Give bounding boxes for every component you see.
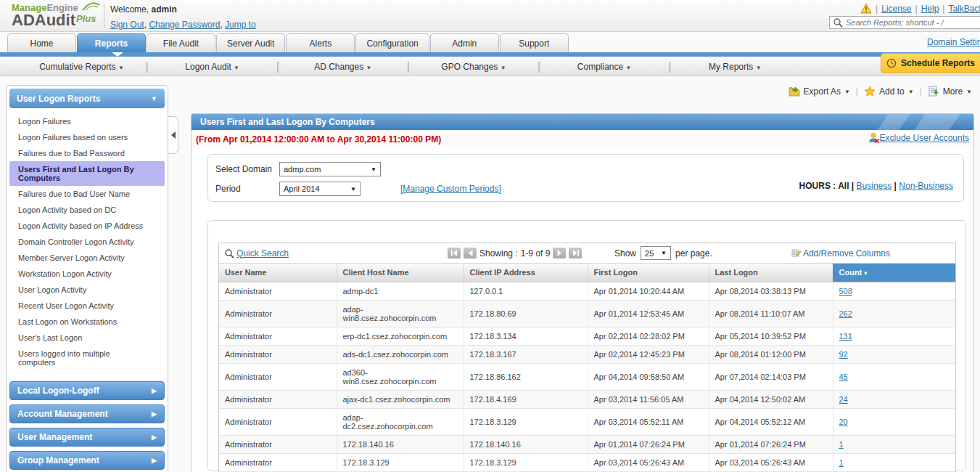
column-header-user-name[interactable]: User Name: [219, 264, 337, 282]
sidebar-section-group-management[interactable]: Group Management▶: [9, 451, 165, 470]
column-header-count[interactable]: Count▼: [833, 264, 955, 282]
manage-custom-periods-link[interactable]: [Manage Custom Periods]: [400, 184, 501, 194]
sidebar-item-logon-failures-based-on-users[interactable]: Logon Failures based on users: [9, 129, 165, 145]
count-link[interactable]: 20: [839, 418, 848, 426]
last-logon-cell: Apr 08,2014 03:38:13 PM: [709, 282, 833, 300]
welcome-block: Welcome, admin Sign Out, Change Password…: [110, 4, 256, 30]
first-page-button[interactable]: [448, 248, 461, 259]
host-name-cell: adap- dc2.csez.zohocorpin.com: [337, 408, 464, 435]
submenu-bar: Cumulative Reports ▼|Logon Audit ▼|AD Ch…: [0, 57, 980, 76]
domain-select[interactable]: admp.com▼: [279, 162, 381, 176]
count-link[interactable]: 92: [839, 350, 848, 359]
count-link[interactable]: 1: [839, 440, 844, 449]
sidebar-collapse-handle[interactable]: [168, 116, 178, 154]
sidebar-item-user-s-last-logon[interactable]: User's Last Logon: [9, 330, 165, 346]
sidebar-item-users-first-and-last-logon-by-computers[interactable]: Users First and Last Logon By Computers: [9, 161, 165, 186]
host-name-cell: erp-dc1.csez.zohocorpin.com: [337, 327, 464, 345]
first-logon-cell: Apr 02,2014 12:45:23 PM: [588, 345, 709, 363]
period-select[interactable]: April 2014▼: [279, 182, 361, 196]
column-header-first-logon[interactable]: First Logon: [588, 264, 709, 282]
tab-alerts[interactable]: Alerts: [286, 33, 355, 52]
export-as-button[interactable]: Export As▼: [788, 86, 850, 97]
sidebar-header-user-logon-reports[interactable]: User Logon Reports ▼: [9, 89, 165, 108]
sidebar-item-workstation-logon-activity[interactable]: Workstation Logon Activity: [9, 266, 165, 282]
hours-business-link[interactable]: Business: [857, 181, 892, 191]
more-button[interactable]: More▼: [928, 86, 972, 97]
last-logon-cell: Apr 07,2014 02:14:03 PM: [709, 363, 833, 390]
count-link[interactable]: 508: [839, 287, 852, 296]
sidebar-section-user-management[interactable]: User Management▶: [9, 428, 165, 447]
prev-page-button[interactable]: [464, 248, 477, 259]
count-cell: 20: [833, 408, 955, 435]
column-header-last-logon[interactable]: Last Logon: [709, 264, 833, 282]
jump-to-link[interactable]: Jump to: [225, 20, 256, 30]
count-link[interactable]: 262: [839, 309, 852, 318]
add-remove-columns-button[interactable]: Add/Remove Columns: [791, 248, 890, 259]
search-input[interactable]: [846, 18, 976, 27]
count-cell: 1: [833, 453, 955, 471]
license-link[interactable]: License: [881, 4, 911, 14]
sidebar-item-member-server-logon-activity[interactable]: Member Server Logon Activity: [9, 250, 165, 266]
help-link[interactable]: Help: [921, 4, 939, 14]
change-password-link[interactable]: Change Password: [149, 20, 220, 30]
sidebar-item-users-logged-into-multiple-computers[interactable]: Users logged into multiple computers: [9, 346, 165, 370]
ip-address-cell: 172.18.3.129: [464, 453, 588, 471]
hours-non-business-link[interactable]: Non-Business: [899, 181, 953, 191]
next-page-button[interactable]: [553, 248, 566, 259]
first-logon-cell: Apr 03,2014 11:56:05 AM: [588, 390, 709, 408]
count-cell: 24: [833, 390, 955, 408]
warning-icon[interactable]: [860, 3, 872, 15]
count-link[interactable]: 131: [839, 332, 852, 341]
last-page-button[interactable]: [569, 248, 582, 259]
add-to-button[interactable]: Add to▼: [864, 86, 914, 97]
count-link[interactable]: 1: [839, 458, 844, 467]
submenu-compliance[interactable]: Compliance ▼: [542, 62, 667, 72]
sidebar-item-recent-user-logon-activity[interactable]: Recent User Logon Activity: [9, 298, 165, 314]
submenu-my-reports[interactable]: My Reports ▼: [672, 62, 798, 72]
more-actions-icon: [928, 86, 939, 97]
hours-all[interactable]: All: [838, 181, 849, 191]
tab-file-audit[interactable]: File Audit: [147, 33, 215, 52]
sidebar-item-last-logon-on-workstations[interactable]: Last Logon on Workstations: [9, 314, 165, 330]
sidebar-section-account-management[interactable]: Account Management▶: [9, 404, 165, 423]
count-link[interactable]: 24: [839, 395, 848, 404]
schedule-reports-button[interactable]: Schedule Reports: [881, 53, 980, 73]
search-box[interactable]: [829, 16, 980, 29]
column-header-client-host-name[interactable]: Client Host Name: [337, 264, 464, 282]
page-size-group: Show 25▼ per page.: [614, 246, 712, 260]
username: admin: [151, 4, 176, 15]
submenu-gpo-changes[interactable]: GPO Changes ▼: [411, 62, 536, 72]
logo-adaudit: ADAudit: [12, 11, 75, 29]
count-link[interactable]: 45: [839, 373, 848, 381]
submenu-logon-audit[interactable]: Logon Audit ▼: [149, 62, 275, 72]
submenu-ad-changes[interactable]: AD Changes ▼: [280, 62, 405, 72]
sidebar-item-logon-activity-based-on-dc[interactable]: Logon Activity based on DC: [9, 202, 165, 218]
sidebar-item-user-logon-activity[interactable]: User Logon Activity: [9, 282, 165, 298]
tab-configuration[interactable]: Configuration: [355, 33, 429, 52]
sidebar-item-logon-activity-based-on-ip-address[interactable]: Logon Activity based on IP Address: [9, 218, 165, 234]
column-header-client-ip-address[interactable]: Client IP Address: [464, 264, 588, 282]
table-row: Administratorajax-dc1.csez.zohocorpin.co…: [219, 390, 955, 408]
search-icon: [224, 248, 234, 259]
page-size-select[interactable]: 25▼: [641, 246, 671, 260]
submenu-cumulative-reports[interactable]: Cumulative Reports ▼: [19, 62, 144, 72]
sign-out-link[interactable]: Sign Out: [110, 20, 144, 30]
sidebar-item-failures-due-to-bad-user-name[interactable]: Failures due to Bad User Name: [9, 186, 165, 202]
sidebar-section-local-logon-logoff[interactable]: Local Logon-Logoff▶: [9, 381, 165, 400]
sidebar-item-failures-due-to-bad-password[interactable]: Failures due to Bad Password: [9, 145, 165, 161]
tab-server-audit[interactable]: Server Audit: [216, 33, 285, 52]
sidebar-item-logon-failures[interactable]: Logon Failures: [9, 113, 165, 129]
select-arrow-icon: ▼: [661, 250, 667, 256]
talkback-link[interactable]: TalkBack: [948, 4, 980, 14]
export-icon: [788, 86, 800, 97]
tab-reports[interactable]: Reports: [77, 33, 146, 52]
count-cell: 262: [833, 300, 955, 327]
tab-support[interactable]: Support: [500, 33, 569, 52]
tab-home[interactable]: Home: [7, 33, 76, 52]
exclude-user-accounts[interactable]: Exclude User Accounts: [868, 132, 969, 144]
domain-settings-link[interactable]: Domain Settings: [927, 37, 980, 47]
tab-admin[interactable]: Admin: [430, 33, 499, 52]
quick-search-button[interactable]: Quick Search: [224, 248, 289, 259]
report-table-panel: Quick Search Showing : 1-9 of 9 Show 25▼…: [207, 220, 966, 471]
sidebar-item-domain-controller-logon-activity[interactable]: Domain Controller Logon Activity: [9, 234, 165, 250]
